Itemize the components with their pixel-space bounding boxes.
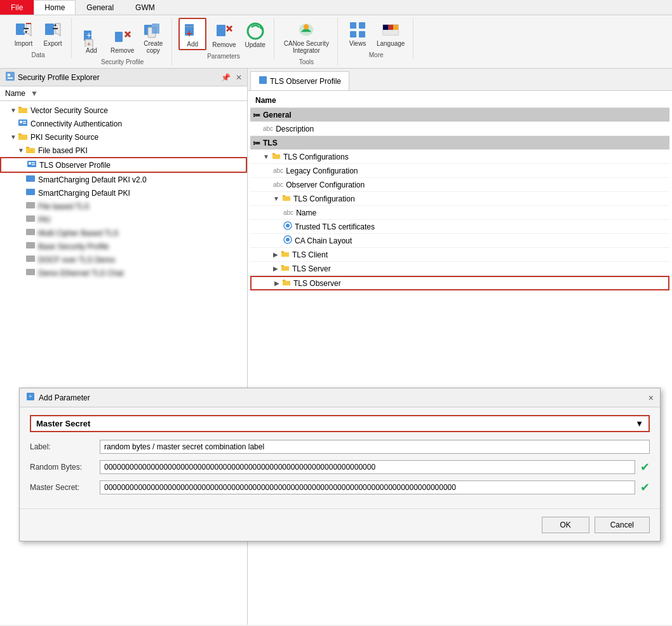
tree-item-blurred2[interactable]: PKI bbox=[0, 213, 247, 226]
tab-file[interactable]: File bbox=[0, 0, 34, 15]
params-add-button[interactable]: + Add bbox=[178, 18, 206, 50]
security-remove-button[interactable]: Remove bbox=[107, 25, 137, 56]
tls-configuration-arrow: ▼ bbox=[273, 195, 279, 202]
folder-icon-vector bbox=[18, 105, 28, 116]
svg-rect-40 bbox=[8, 74, 10, 76]
dialog-field-random-row: Random Bytes: ✔ bbox=[30, 460, 650, 474]
tree-label-tls-observer: TLS Observer Profile bbox=[39, 161, 111, 170]
pin-icon[interactable]: 📌 bbox=[221, 73, 231, 82]
ok-button[interactable]: OK bbox=[542, 517, 589, 533]
tree-arrow-vector: ▼ bbox=[10, 107, 17, 114]
ribbon-group-security-profile: + + Add Remove bbox=[73, 18, 172, 65]
dialog-close-button[interactable]: × bbox=[648, 393, 654, 403]
security-add-button[interactable]: + + Add bbox=[78, 25, 105, 56]
svg-rect-37 bbox=[393, 25, 398, 30]
tree-item-connectivity[interactable]: Connectivity Authentication bbox=[0, 117, 247, 130]
tree-label-blurred3: Multi Cipher Based TLS bbox=[38, 229, 119, 238]
prop-label-ca-chain: CA Chain Layout bbox=[295, 236, 352, 245]
tree-label-blurred2: PKI bbox=[38, 215, 50, 224]
views-button[interactable]: Views bbox=[344, 18, 371, 49]
tree-item-smart-v2[interactable]: SmartCharging Default PKI v2.0 bbox=[0, 173, 247, 186]
tree-item-blurred1[interactable]: File based TLS bbox=[0, 200, 247, 213]
params-update-button[interactable]: Update bbox=[242, 19, 269, 50]
params-remove-button[interactable]: Remove bbox=[209, 19, 239, 50]
svg-rect-56 bbox=[26, 215, 35, 222]
folder-icon-tls-server bbox=[281, 264, 290, 273]
random-bytes-field-label: Random Bytes: bbox=[30, 463, 100, 472]
dialog-body: Master Secret ▼ Label: Random Bytes: ✔ M… bbox=[20, 407, 660, 508]
prop-row-tls-server[interactable]: ▶ TLS Server bbox=[250, 262, 669, 276]
tree-item-blurred6[interactable]: Demo Ethernet TLS Chat bbox=[0, 266, 247, 280]
svg-point-67 bbox=[286, 238, 290, 242]
svg-rect-57 bbox=[26, 229, 35, 235]
random-bytes-input[interactable] bbox=[100, 460, 635, 474]
tree-item-file-pki[interactable]: ▼ File based PKI bbox=[0, 144, 247, 157]
tab-general[interactable]: General bbox=[76, 0, 124, 15]
svg-rect-42 bbox=[18, 108, 27, 113]
svg-text:+: + bbox=[29, 393, 32, 400]
svg-rect-53 bbox=[26, 175, 35, 182]
canoe-button[interactable]: CANoe Security Integrator bbox=[281, 18, 332, 56]
tree-item-tls-observer[interactable]: TLS Observer Profile bbox=[0, 157, 247, 173]
close-panel-icon[interactable]: ✕ bbox=[236, 73, 242, 82]
folder-icon-tls-observer-node bbox=[282, 278, 291, 288]
icon-blurred1 bbox=[25, 201, 36, 212]
label-input[interactable] bbox=[100, 440, 650, 454]
svg-rect-14 bbox=[115, 32, 123, 42]
sort-icon[interactable]: ▼ bbox=[30, 89, 38, 98]
ribbon-group-tools: CANoe Security Integrator Tools bbox=[276, 18, 338, 65]
tree-item-blurred5[interactable]: DOCF over TLS Demo bbox=[0, 253, 247, 266]
abc-icon-legacy: abc bbox=[273, 167, 283, 174]
prop-label-tls-configs: TLS Configurations bbox=[283, 153, 349, 161]
tab-tls-observer-profile[interactable]: TLS Observer Profile bbox=[250, 71, 349, 90]
tree-arrow-file-pki: ▼ bbox=[18, 147, 24, 154]
dialog-dropdown[interactable]: Master Secret ▼ bbox=[30, 415, 650, 432]
prop-label-tls-client: TLS Client bbox=[292, 250, 328, 259]
tree-item-smart[interactable]: SmartCharging Default PKI bbox=[0, 186, 247, 200]
prop-row-name: abc Name bbox=[250, 206, 669, 220]
folder-icon-tls-client bbox=[281, 250, 290, 259]
prop-row-legacy: abc Legacy Configuration bbox=[250, 164, 669, 178]
svg-rect-31 bbox=[359, 22, 365, 29]
language-icon bbox=[380, 20, 401, 40]
tree-item-vector[interactable]: ▼ Vector Security Source bbox=[0, 104, 247, 117]
dialog-footer: OK Cancel bbox=[20, 508, 660, 541]
prop-row-tls-client[interactable]: ▶ TLS Client bbox=[250, 248, 669, 262]
prop-row-tls: ≔ TLS bbox=[250, 136, 669, 150]
svg-rect-36 bbox=[388, 25, 393, 30]
create-copy-button[interactable]: Create copy bbox=[140, 18, 166, 56]
tab-home[interactable]: Home bbox=[34, 0, 76, 15]
dialog-dropdown-row: Master Secret ▼ bbox=[30, 415, 650, 432]
security-remove-icon bbox=[112, 27, 133, 47]
svg-rect-44 bbox=[20, 121, 22, 123]
svg-text:+: + bbox=[87, 41, 91, 47]
tree-item-blurred3[interactable]: Multi Cipher Based TLS bbox=[0, 226, 247, 240]
import-button[interactable]: Import bbox=[10, 18, 37, 49]
svg-rect-55 bbox=[26, 202, 35, 208]
general-section-icon: ≔ bbox=[253, 111, 260, 119]
folder-icon-tls-configuration bbox=[282, 194, 291, 203]
tree-item-blurred4[interactable]: Base Security Profile bbox=[0, 240, 247, 253]
panel-icon bbox=[5, 71, 15, 83]
create-copy-label: Create copy bbox=[144, 40, 163, 54]
prop-label-trusted-certs: Trusted TLS certificates bbox=[295, 222, 375, 231]
prop-row-tls-configuration[interactable]: ▼ TLS Configuration bbox=[250, 192, 669, 206]
random-bytes-valid-icon: ✔ bbox=[640, 460, 650, 474]
language-button[interactable]: Language bbox=[373, 18, 408, 49]
params-remove-icon bbox=[214, 21, 234, 41]
export-button[interactable]: Export bbox=[39, 18, 66, 49]
ribbon-group-data: Import Export Data bbox=[5, 18, 72, 58]
tab-gwm[interactable]: GWM bbox=[124, 0, 166, 15]
security-profile-group-label: Security Profile bbox=[101, 58, 144, 65]
icon-blurred3 bbox=[25, 228, 36, 238]
tree-item-pki[interactable]: ▼ PKI Security Source bbox=[0, 130, 247, 144]
master-secret-input[interactable] bbox=[100, 480, 635, 494]
more-buttons: Views Language bbox=[344, 18, 408, 49]
svg-rect-50 bbox=[29, 162, 31, 165]
prop-row-tls-observer-node[interactable]: ▶ TLS Observer bbox=[250, 276, 669, 290]
svg-rect-60 bbox=[26, 269, 35, 275]
cancel-button[interactable]: Cancel bbox=[595, 517, 650, 533]
prop-row-tls-configs[interactable]: ▼ TLS Configurations bbox=[250, 150, 669, 164]
icon-blurred2 bbox=[25, 214, 36, 225]
tree-arrow-pki: ▼ bbox=[10, 133, 17, 140]
